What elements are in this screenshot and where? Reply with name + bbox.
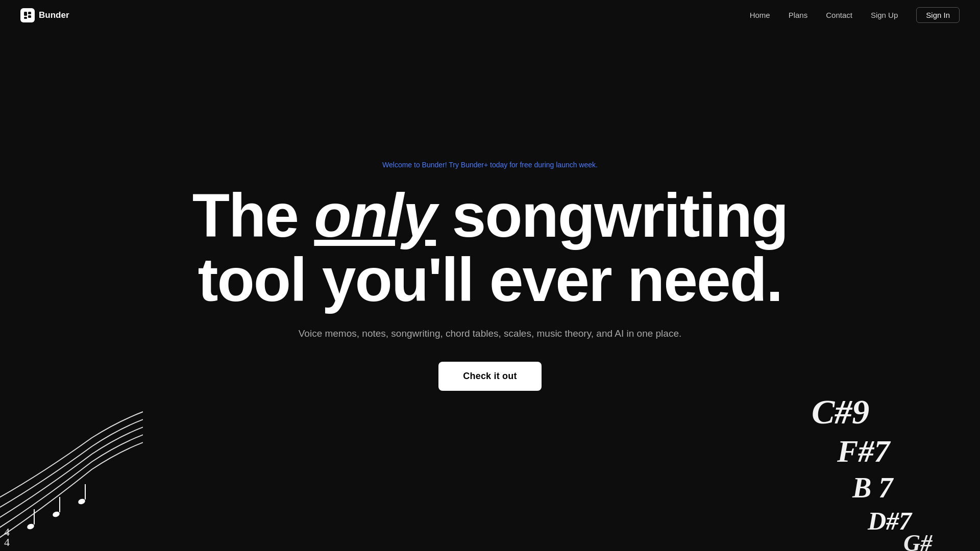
svg-rect-3 bbox=[24, 17, 27, 19]
brand-logo[interactable]: Bunder bbox=[20, 8, 69, 22]
nav-links: Home Plans Contact Sign Up Sign In bbox=[750, 7, 960, 23]
svg-rect-2 bbox=[28, 15, 31, 18]
nav-plans[interactable]: Plans bbox=[789, 11, 808, 19]
nav-signup[interactable]: Sign Up bbox=[871, 11, 898, 19]
hero-section: Welcome to Bunder! Try Bunder+ today for… bbox=[0, 0, 980, 551]
hero-announcement: Welcome to Bunder! Try Bunder+ today for… bbox=[382, 161, 598, 169]
brand-name: Bunder bbox=[39, 10, 69, 20]
cta-button[interactable]: Check it out bbox=[438, 362, 541, 391]
svg-rect-0 bbox=[24, 12, 27, 16]
sign-in-button[interactable]: Sign In bbox=[916, 7, 960, 23]
headline-em: only bbox=[314, 181, 436, 249]
navbar: Bunder Home Plans Contact Sign Up Sign I… bbox=[0, 0, 980, 30]
nav-home[interactable]: Home bbox=[750, 11, 770, 19]
hero-headline: The only songwriting tool you'll ever ne… bbox=[133, 183, 847, 312]
logo-icon bbox=[20, 8, 35, 22]
hero-subtext: Voice memos, notes, songwriting, chord t… bbox=[299, 328, 682, 339]
svg-rect-1 bbox=[28, 12, 31, 14]
nav-contact[interactable]: Contact bbox=[826, 11, 852, 19]
headline-before: The bbox=[192, 181, 314, 249]
